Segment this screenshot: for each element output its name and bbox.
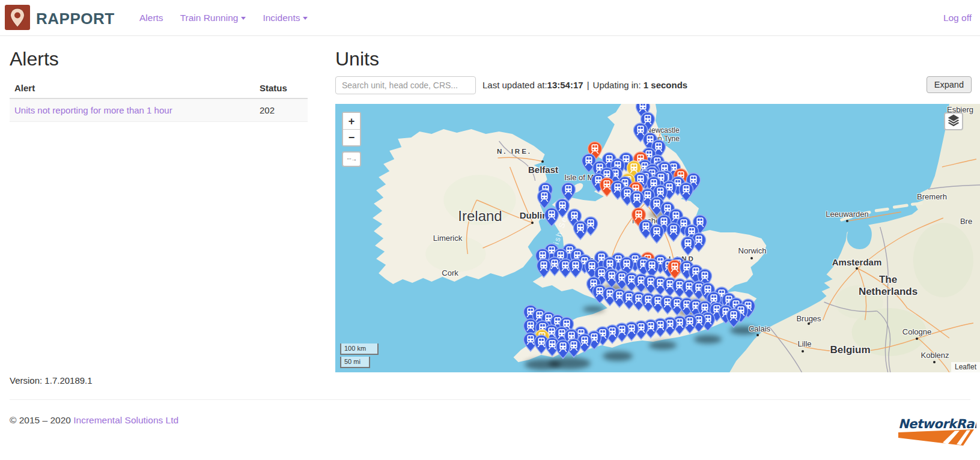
unit-marker[interactable] [679,182,694,202]
main-nav: Alerts Train Running Incidents [139,0,308,36]
city-dot [856,267,858,270]
units-controls-row: Last updated at:13:54:17|Updating in: 1 … [335,76,980,94]
unit-marker[interactable] [537,258,552,278]
map-label: N. IRE. [497,148,532,156]
map-overlay: EsbjergBremerhBreNewcastle upon TyneUnit… [335,104,980,372]
alerts-panel: Alerts Alert Status Units not reporting … [10,41,308,122]
city-dot [531,222,534,224]
map-label: Norwich [738,247,767,256]
updating-label: Updating in: [593,80,641,90]
chevron-down-icon [303,17,308,20]
copyright-years: © 2015 – 2020 [10,415,71,425]
map-label: Belfast [528,165,558,175]
navbar: RAPPORT Alerts Train Running Incidents L… [0,0,980,36]
marker-cluster-shadow [525,359,561,370]
map-label: Calais [749,325,770,334]
city-dot [756,334,759,336]
units-panel: Units Last updated at:13:54:17|Updating … [335,41,980,372]
city-dot [802,350,804,353]
chevron-down-icon [241,17,246,20]
map-label: Bre [960,217,972,226]
unit-marker[interactable] [681,236,696,256]
log-off-link[interactable]: Log off [943,0,972,36]
city-dot [846,220,848,222]
map-label: Belgium [830,344,870,356]
nav-alerts-label: Alerts [139,13,163,23]
updating-unit: seconds [651,80,687,90]
map-label: Ireland [458,208,502,225]
city-dot [916,337,918,340]
nav-train-running[interactable]: Train Running [180,13,246,23]
nav-incidents-label: Incidents [263,13,300,23]
map-label: Amsterdam [832,257,882,267]
copyright-text: © 2015 – 2020 Incremental Solutions Ltd [10,415,178,426]
map-label: Cork [442,269,458,278]
alert-column-header: Alert [10,78,255,98]
zoom-out-button[interactable]: − [343,129,360,145]
unit-marker[interactable] [650,224,665,244]
city-dot [933,361,936,363]
map-canvas[interactable]: EsbjergBremerhBreNewcastle upon TyneUnit… [335,104,980,372]
unit-marker[interactable] [726,308,741,328]
map-label: Bremerh [917,193,947,202]
table-row: Units not reporting for more than 1 hour… [10,98,308,122]
version-text: Version: 1.7.20189.1 [10,375,93,386]
unit-marker[interactable] [556,339,571,359]
city-dot [541,160,544,163]
unit-marker[interactable] [568,258,583,278]
brand-name: RAPPORT [36,10,115,28]
city-dot [750,257,753,259]
map-label: Limerick [433,234,462,243]
nav-train-running-label: Train Running [180,13,239,23]
updating-value: 1 [644,80,648,90]
alert-link[interactable]: Units not reporting for more than 1 hour [14,105,172,115]
map-label: Dublin [520,210,548,220]
unit-marker[interactable] [537,189,552,209]
marker-cluster-shadow [649,341,677,350]
search-input[interactable] [335,76,476,94]
marker-cluster-shadow [694,335,722,343]
last-updated-time: 13:54:17 [547,80,583,90]
separator: | [587,80,589,90]
unit-marker[interactable] [544,207,559,227]
layers-control[interactable] [944,112,963,130]
footer-divider [10,399,970,400]
company-link[interactable]: Incremental Solutions Ltd [73,415,178,425]
rapport-pin-icon [5,5,30,32]
last-updated-label: Last updated at: [482,80,547,90]
map-label: Lille [797,340,811,349]
status-column-header: Status [255,78,308,98]
measure-control[interactable]: ···→ [342,151,361,167]
marker-cluster-shadow [603,351,633,361]
scale-bar-mi: 50 mi [340,357,370,368]
map-label: Cologne [902,328,931,337]
alerts-table: Alert Status Units not reporting for mor… [10,78,308,122]
map-label: Leeuwarden [826,210,869,219]
expand-button[interactable]: Expand [927,76,972,93]
layers-icon [947,113,960,129]
leaflet-attribution[interactable]: Leaflet [951,362,980,372]
map-label: Koblenz [921,351,949,360]
unit-marker[interactable] [666,222,681,242]
network-rail-logo: NetworkRail [897,417,976,452]
network-rail-wordmark: NetworkRail [898,417,976,431]
zoom-in-button[interactable]: + [343,113,360,129]
update-status-text: Last updated at:13:54:17|Updating in: 1 … [482,76,687,94]
marker-cluster-shadow [583,306,604,312]
alerts-title: Alerts [10,41,308,70]
city-dot [808,322,810,325]
alert-status-value: 202 [255,98,308,122]
nav-incidents[interactable]: Incidents [263,13,308,23]
units-title: Units [335,41,980,70]
brand-logo[interactable]: RAPPORT [5,5,115,32]
scale-bar-km: 100 km [340,343,379,355]
map-label: The Netherlands [859,274,918,297]
nav-alerts[interactable]: Alerts [139,13,163,23]
unit-marker[interactable] [573,220,588,240]
zoom-control: + − [342,112,361,147]
